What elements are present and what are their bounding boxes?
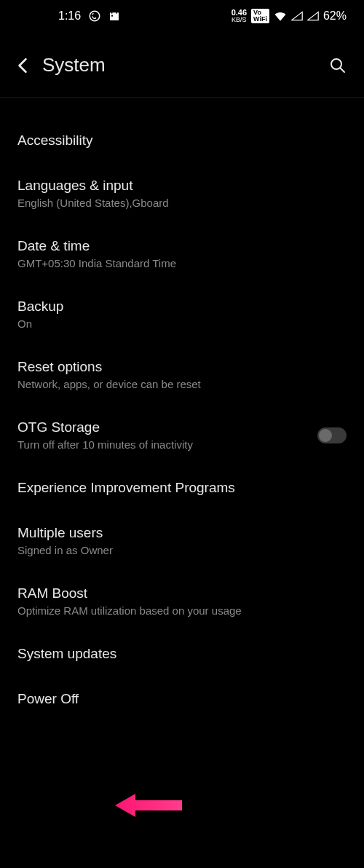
setting-system-updates[interactable]: System updates [0,631,364,676]
svg-rect-3 [116,11,117,13]
setting-backup[interactable]: Backup On [0,284,364,344]
setting-subtitle: Turn off after 10 minutes of inactivity [17,438,317,451]
setting-subtitle: Network, apps, or device can be reset [17,378,347,390]
svg-rect-2 [111,11,112,13]
setting-title: Languages & input [17,178,347,194]
setting-title: RAM Boost [17,585,347,601]
signal-2-icon [307,11,319,21]
setting-multiple-users[interactable]: Multiple users Signed in as Owner [0,510,364,571]
back-icon[interactable] [17,58,28,74]
page-title: System [42,54,329,76]
setting-title: Multiple users [17,525,347,541]
setting-title: OTG Storage [17,419,317,435]
signal-1-icon [291,11,303,21]
arrow-annotation [115,792,184,822]
setting-title: Date & time [17,238,347,254]
status-right: 0.46 KB/S VoWiFi 62% [232,9,347,23]
status-time: 1:16 [58,9,81,23]
status-network-speed: 0.46 KB/S [232,9,247,23]
setting-experience-improvement[interactable]: Experience Improvement Programs [0,465,364,510]
setting-languages-input[interactable]: Languages & input English (United States… [0,163,364,224]
setting-otg-storage[interactable]: OTG Storage Turn off after 10 minutes of… [0,405,364,465]
settings-list: Accessibility Languages & input English … [0,98,364,722]
setting-power-off[interactable]: Power Off [0,676,364,722]
battery-percent: 62% [323,9,347,23]
setting-title: Accessibility [17,133,347,149]
setting-title: Reset options [17,359,347,375]
svg-rect-4 [111,15,113,17]
setting-date-time[interactable]: Date & time GMT+05:30 India Standard Tim… [0,224,364,284]
toggle-knob [319,429,332,442]
setting-ram-boost[interactable]: RAM Boost Optimize RAM utilization based… [0,571,364,631]
otg-toggle[interactable] [317,427,347,443]
volte-badge: VoWiFi [251,9,269,23]
setting-reset-options[interactable]: Reset options Network, apps, or device c… [0,344,364,405]
setting-accessibility[interactable]: Accessibility [0,118,364,163]
svg-rect-1 [110,12,119,20]
page-header: System [0,32,364,94]
setting-subtitle: English (United States),Gboard [17,197,347,209]
setting-title: Experience Improvement Programs [17,480,347,496]
wifi-icon [274,11,287,21]
setting-subtitle: Signed in as Owner [17,544,347,556]
whatsapp-icon [88,9,101,23]
setting-subtitle: GMT+05:30 India Standard Time [17,257,347,269]
setting-title: Power Off [17,691,347,707]
svg-point-0 [90,11,100,21]
calendar-icon [108,10,120,22]
status-left: 1:16 [58,9,120,23]
setting-subtitle: Optimize RAM utilization based on your u… [17,604,347,617]
setting-title: Backup [17,299,347,315]
setting-title: System updates [17,646,347,662]
setting-subtitle: On [17,317,347,330]
search-icon[interactable] [329,57,347,74]
status-bar: 1:16 0.46 KB/S VoWiFi [0,0,364,32]
